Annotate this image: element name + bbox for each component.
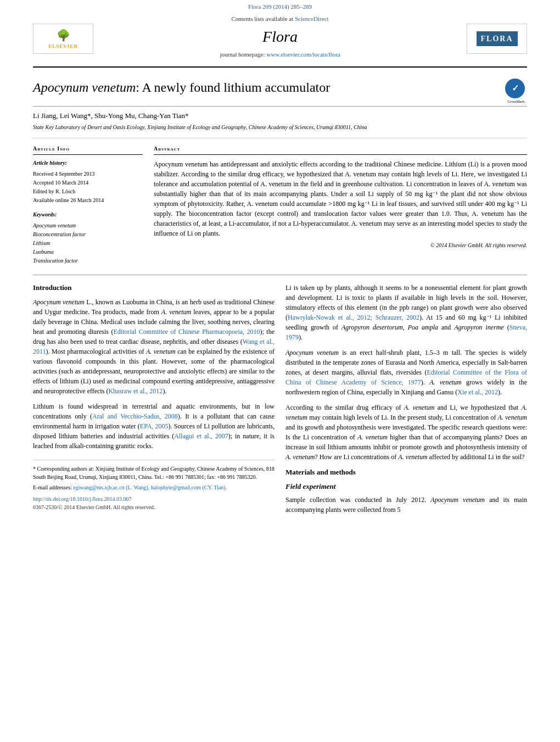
intro-para-1: Apocynum venetum L., known as Luobuma in… — [33, 297, 275, 396]
elsevier-logo: 🌳 ELSEVIER — [33, 24, 93, 54]
keywords-section: Keywords: Apocynum venetum Bioconcentrat… — [33, 211, 143, 265]
copyright-text: © 2014 Elsevier GmbH. All rights reserve… — [154, 242, 527, 249]
edited-by: Edited by R. Lösch — [33, 188, 143, 196]
contents-available-text: Contents lists available at — [231, 15, 293, 22]
contents-line: Contents lists available at ScienceDirec… — [93, 15, 467, 23]
article-info-column: Article Info Article history: Received 4… — [33, 145, 143, 266]
history-label: Article history: — [33, 159, 143, 167]
homepage-label: journal homepage: — [220, 51, 265, 58]
doi-link[interactable]: http://dx.doi.org/10.1016/j.flora.2014.0… — [33, 495, 275, 503]
materials-methods-title: Materials and methods — [285, 467, 527, 477]
header-content: 🌳 ELSEVIER Contents lists available at S… — [33, 13, 527, 66]
keywords-label: Keywords: — [33, 211, 143, 219]
keyword-3: Luobuma — [33, 248, 143, 256]
article-title-container: Apocynum venetum: A newly found lithium … — [33, 79, 330, 97]
accepted-date: Accepted 10 March 2014 — [33, 179, 143, 187]
title-normal-part: : A newly found lithium accumulator — [136, 80, 330, 94]
affiliation-line: State Key Laboratory of Desert and Oasis… — [33, 124, 527, 138]
authors-text: Li Jiang, Lei Wang*, Shu-Yong Mu, Chang-… — [33, 111, 189, 120]
homepage-url[interactable]: www.elsevier.com/locate/flora — [266, 51, 340, 58]
issn-text: 0367-2530/© 2014 Elsevier GmbH. All righ… — [33, 503, 275, 511]
elsevier-text: ELSEVIER — [48, 43, 78, 50]
intro-para-2: Lithium is found widespread in terrestri… — [33, 401, 275, 451]
keyword-1: Bioconcentration factor — [33, 231, 143, 238]
page: Flora 209 (2014) 285–289 🌳 ELSEVIER Cont… — [0, 0, 560, 542]
authors-line: Li Jiang, Lei Wang*, Shu-Yong Mu, Chang-… — [33, 107, 527, 123]
field-experiment-text: Sample collection was conducted in July … — [285, 495, 527, 515]
right-para-2: Apocynum venetum is an erect half-shrub … — [285, 348, 527, 397]
issue-line: Flora 209 (2014) 285–289 — [33, 0, 527, 13]
info-abstract-section: Article Info Article history: Received 4… — [33, 138, 527, 266]
journal-name: Flora — [93, 26, 467, 47]
abstract-column: Abstract Apocynum venetum has antidepres… — [154, 145, 527, 266]
article-info-header: Article Info — [33, 145, 143, 155]
keyword-0: Apocynum venetum — [33, 222, 143, 230]
keyword-2: Lithium — [33, 239, 143, 247]
abstract-text: Apocynum venetum has antidepressant and … — [154, 159, 527, 238]
tree-icon: 🌳 — [57, 27, 70, 43]
abstract-body: Apocynum venetum has antidepressant and … — [154, 160, 527, 237]
email-note: E-mail addresses: egiwang@ms.xjb.ac.cn (… — [33, 483, 275, 492]
issue-text: Flora 209 (2014) 285–289 — [248, 3, 312, 10]
crossmark-badge: ✓ CrossMark — [505, 79, 527, 101]
email-addresses: egiwang@ms.xjb.ac.cn (L. Wang), halophyt… — [73, 484, 227, 490]
homepage-row: journal homepage: www.elsevier.com/locat… — [93, 49, 467, 62]
right-para-3: According to the similar drug efficacy o… — [285, 403, 527, 462]
body-two-col: Introduction Apocynum venetum L., known … — [33, 283, 527, 520]
email-label: E-mail addresses: — [33, 484, 72, 490]
corresponding-author-note: * Corresponding authors at: Xinjiang Ins… — [33, 465, 275, 481]
article-title-section: Apocynum venetum: A newly found lithium … — [33, 68, 527, 107]
header-center: Contents lists available at ScienceDirec… — [93, 15, 467, 62]
body-left-col: Introduction Apocynum venetum L., known … — [33, 283, 275, 520]
affiliation-text: State Key Laboratory of Desert and Oasis… — [33, 124, 367, 130]
available-online: Available online 26 March 2014 — [33, 197, 143, 204]
field-experiment-title: Field experiment — [285, 482, 527, 492]
flora-logo: FLORA — [467, 24, 527, 54]
body-content: Introduction Apocynum venetum L., known … — [33, 275, 527, 520]
keyword-4: Translocation factor — [33, 257, 143, 265]
title-italic-part: Apocynum venetum — [33, 80, 136, 94]
crossmark-icon: ✓ — [505, 79, 525, 98]
abstract-header: Abstract — [154, 145, 527, 155]
sciencedirect-link[interactable]: ScienceDirect — [295, 15, 329, 22]
journal-header: Flora 209 (2014) 285–289 🌳 ELSEVIER Cont… — [33, 0, 527, 68]
introduction-title: Introduction — [33, 283, 275, 293]
right-para-1: Li is taken up by plants, although it se… — [285, 283, 527, 342]
flora-box-text: FLORA — [477, 31, 518, 47]
received-date: Received 4 September 2013 — [33, 170, 143, 178]
article-title: Apocynum venetum: A newly found lithium … — [33, 79, 330, 97]
body-right-col: Li is taken up by plants, although it se… — [285, 283, 527, 520]
corresponding-text: * Corresponding authors at: Xinjiang Ins… — [33, 466, 275, 480]
crossmark-label: CrossMark — [505, 99, 527, 105]
footnotes-section: * Corresponding authors at: Xinjiang Ins… — [33, 460, 275, 511]
